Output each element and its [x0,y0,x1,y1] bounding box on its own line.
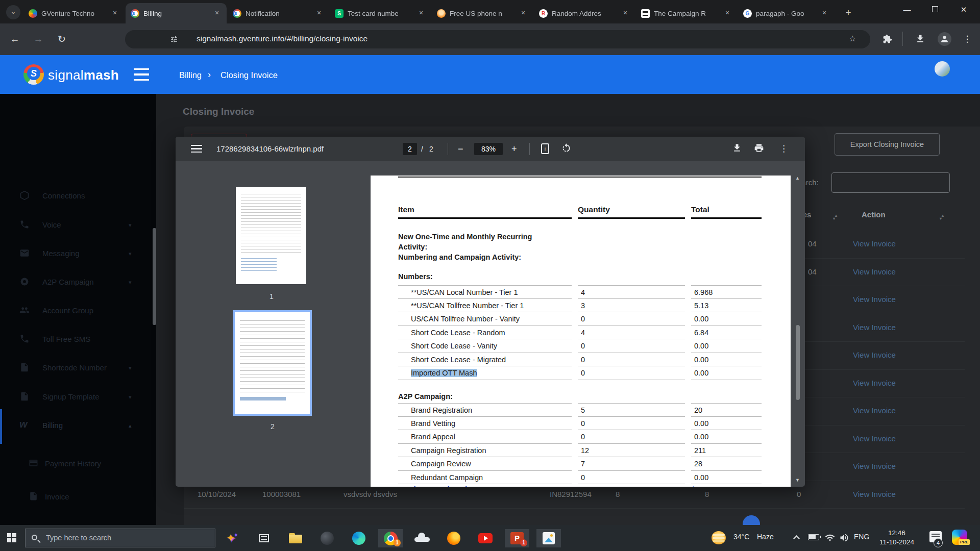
file-explorer-icon[interactable] [283,529,308,547]
view-invoice-link[interactable]: View Invoice [853,462,896,470]
fit-to-page-icon[interactable]: ↕ [541,143,549,154]
new-tab-button[interactable]: + [841,6,855,20]
sidebar-item-voice[interactable]: Voice▾ [0,214,156,237]
scrollbar-thumb[interactable] [796,325,800,400]
tab-close-icon[interactable]: × [416,9,426,18]
onedrive-icon[interactable] [410,529,434,547]
tab-test-card[interactable]: S Test card numbe × [330,3,431,23]
view-invoice-link[interactable]: View Invoice [853,406,896,415]
scroll-down-icon[interactable]: ▼ [795,478,800,483]
breadcrumb-billing[interactable]: Billing [179,70,202,80]
tab-close-icon[interactable]: × [519,9,528,18]
youtube-icon[interactable] [473,529,498,547]
window-close-button[interactable]: ✕ [950,0,977,20]
sidebar-item-invoice[interactable]: Invoice [0,486,156,509]
rotate-icon[interactable] [561,143,572,154]
weather-icon[interactable] [712,531,726,544]
sort-icon[interactable]: ▴▾ [942,210,944,219]
sparkle-widget-icon[interactable]: ✦✦ [220,529,244,547]
zoom-out-button[interactable]: − [458,144,463,155]
view-invoice-link[interactable]: View Invoice [853,295,896,304]
window-maximize-button[interactable] [922,0,948,20]
view-invoice-link[interactable]: View Invoice [853,239,896,248]
pdf-menu-icon[interactable] [191,145,202,153]
url-text[interactable]: signalmash.gventure.info/#/billing/closi… [197,34,368,43]
sidebar-item-billing[interactable]: w Billing▴ [0,414,156,438]
firefox-icon[interactable] [442,529,466,547]
view-invoice-link[interactable]: View Invoice [853,267,896,276]
tab-free-us-phone[interactable]: Free US phone n × [432,3,533,23]
tab-google-search[interactable]: G paragaph - Goo × [738,3,834,23]
tab-billing[interactable]: S Billing × [126,3,227,23]
tab-random-address[interactable]: R Random Addres × [534,3,635,23]
site-info-icon[interactable] [170,35,178,43]
window-minimize-button[interactable]: — [894,0,920,20]
view-invoice-link[interactable]: View Invoice [853,350,896,359]
export-closing-invoice-button[interactable]: Export Closing Invoice [835,133,940,156]
sidebar-item-toll-free-sms[interactable]: Toll Free SMS [0,328,156,352]
reload-button[interactable]: ↻ [54,32,69,47]
tab-close-icon[interactable]: × [820,9,829,18]
search-input[interactable] [831,172,950,193]
clock[interactable]: 12:46 11-10-2024 [875,529,919,547]
tab-notification[interactable]: S Notification × [228,3,329,23]
tab-gventure[interactable]: GVenture Techno × [23,3,125,23]
tab-close-icon[interactable]: × [212,9,222,18]
back-button[interactable]: ← [7,32,22,47]
view-invoice-link[interactable]: View Invoice [853,323,896,332]
tab-close-icon[interactable]: × [723,9,732,18]
print-icon[interactable] [754,143,764,153]
dark-app-icon[interactable] [315,529,339,547]
pdf-more-menu-icon[interactable]: ⋮ [779,143,788,154]
weather-temp[interactable]: 34°C [733,533,749,551]
taskbar-search-input[interactable]: Type here to search [25,529,215,547]
download-icon[interactable] [732,143,742,153]
sidebar-toggle-icon[interactable] [134,68,149,81]
zoom-in-button[interactable]: + [511,144,517,155]
page-thumbnail-2[interactable] [235,312,310,414]
extensions-icon[interactable] [883,34,892,44]
sidebar-item-payment-history[interactable]: Payment History [0,453,156,476]
zoom-level-input[interactable]: 83% [474,143,503,155]
page-number-input[interactable]: 2 [403,143,417,155]
sidebar-item-shortcode-number[interactable]: Shortcode Number▾ [0,357,156,380]
browser-menu-icon[interactable]: ⋮ [960,32,975,47]
tab-campaign-registry[interactable]: The Campaign R × [636,3,737,23]
battery-icon[interactable] [808,534,819,540]
address-bar[interactable]: signalmash.gventure.info/#/billing/closi… [125,30,870,48]
powerpoint-icon[interactable]: P 1 [505,529,529,547]
tab-close-icon[interactable]: × [110,9,119,18]
tab-close-icon[interactable]: × [314,9,324,18]
wifi-icon[interactable] [825,533,835,543]
forward-button[interactable]: → [31,32,46,47]
user-avatar[interactable] [935,61,950,77]
view-invoice-link[interactable]: View Invoice [853,434,896,443]
downloads-icon[interactable] [915,34,925,44]
chrome-icon[interactable]: 1 [378,529,403,547]
bookmark-star-icon[interactable]: ☆ [849,34,856,43]
task-view-icon[interactable] [252,529,276,547]
weather-condition[interactable]: Haze [757,533,774,551]
photos-app-icon[interactable] [536,529,561,547]
view-invoice-link[interactable]: View Invoice [853,379,896,387]
edge-icon[interactable] [347,529,371,547]
start-button[interactable] [7,533,16,542]
column-action[interactable]: Action [862,210,886,219]
sidebar-scrollbar[interactable] [153,228,156,325]
sidebar-item-connections[interactable]: Connections [0,185,156,208]
sort-icon[interactable]: ▴▾ [835,210,837,219]
speaker-icon[interactable] [839,533,849,543]
scroll-up-icon[interactable]: ▲ [795,176,800,181]
sidebar-item-signup-template[interactable]: Signup Template▾ [0,386,156,409]
view-invoice-link[interactable]: View Invoice [853,490,896,498]
sidebar-item-messaging[interactable]: Messaging▾ [0,242,156,266]
tray-expand-icon[interactable] [793,535,800,542]
pdf-scrollbar[interactable]: ▲ ▼ [794,161,801,487]
language-indicator[interactable]: ENG [854,533,869,551]
tab-search-button[interactable]: ⌄ [6,5,20,19]
sidebar-item-account-group[interactable]: Account Group [0,299,156,323]
profile-avatar[interactable] [938,32,951,46]
sidebar-item-a2p-campaign[interactable]: A2P Campaign▾ [0,271,156,294]
tab-close-icon[interactable]: × [621,9,630,18]
page-thumbnail-1[interactable] [236,187,306,284]
